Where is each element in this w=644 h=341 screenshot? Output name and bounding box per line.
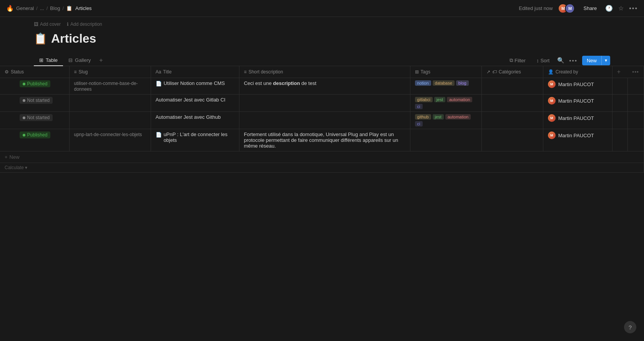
slug-col-icon: ≡	[74, 69, 77, 75]
status-dot	[23, 99, 25, 102]
status-dot	[23, 83, 25, 85]
workspace-icon: 🔥	[6, 5, 14, 12]
user-avatar: M	[548, 97, 556, 105]
cell-slug[interactable]	[69, 95, 151, 112]
description-value: Fortement utilisé dans la domotique, Uni…	[244, 131, 398, 149]
col-header-categories: ↗ 🏷 Catégories	[481, 66, 543, 78]
cell-created-by: M Martin PAUCOT	[543, 78, 612, 95]
col-header-created-by: 👤 Created by	[543, 66, 612, 78]
breadcrumb-workspace[interactable]: General	[16, 5, 34, 11]
breadcrumb-blog[interactable]: Blog	[50, 5, 60, 11]
cell-tags[interactable]	[410, 129, 481, 151]
table-row[interactable]: + ⠿ Not started Automatiser Jest avec Gi…	[0, 95, 644, 112]
add-cover-button[interactable]: 🖼 Add cover	[34, 22, 61, 27]
cell-categories[interactable]	[481, 112, 543, 129]
tag: jest	[434, 97, 445, 102]
cell-description[interactable]	[239, 95, 410, 112]
cell-title[interactable]: 📄Utiliser Notion comme CMS	[151, 78, 239, 95]
tag: ci	[415, 121, 423, 126]
new-button-group: New ▾	[582, 56, 610, 65]
description-icon: ℹ	[67, 22, 69, 27]
filter-button[interactable]: ⧉ Filter	[506, 56, 529, 65]
cell-tags[interactable]: githubjestautomationci	[410, 112, 481, 129]
help-button[interactable]: ?	[624, 321, 636, 333]
status-badge: Not started	[20, 97, 53, 104]
cell-status[interactable]: + ⠿ Not started	[0, 112, 69, 129]
table-header-row: ⚙ Status ≡ Slug Aa Title	[0, 66, 644, 78]
user-name: Martin PAUCOT	[558, 115, 594, 121]
gallery-icon: ⊟	[68, 57, 73, 63]
new-button-dropdown[interactable]: ▾	[601, 56, 610, 65]
cell-slug[interactable]: utiliser-notion-comme-base-de-donnees	[69, 78, 151, 95]
tags-col-icon: ⊞	[415, 69, 419, 75]
tag: database	[433, 80, 455, 86]
cell-tags[interactable]: notiondatabaseblog	[410, 78, 481, 95]
database-table-wrapper: ⚙ Status ≡ Slug Aa Title	[0, 66, 644, 331]
title-value: Automatiser Jest avec Github	[156, 114, 221, 120]
status-label: Published	[27, 132, 48, 138]
cell-description[interactable]: Fortement utilisé dans la domotique, Uni…	[239, 129, 410, 151]
doc-icon: 📄	[156, 132, 162, 138]
add-view-button[interactable]: +	[96, 55, 106, 65]
breadcrumb-ellipsis[interactable]: ...	[40, 5, 44, 11]
user-avatar: M	[548, 131, 556, 139]
new-button[interactable]: New	[582, 56, 601, 65]
col-more-header: •••	[627, 66, 644, 78]
cell-status[interactable]: + ⠿ Published	[0, 129, 69, 151]
tags-list: gitlabcijestautomationci	[415, 97, 477, 109]
add-row-button[interactable]: +New	[0, 151, 644, 163]
cell-title[interactable]: Automatiser Jest avec Gitlab CI	[151, 95, 239, 112]
sort-icon: ↕	[536, 58, 539, 63]
tag: github	[415, 114, 431, 120]
cell-description[interactable]	[239, 112, 410, 129]
favorite-icon[interactable]: ☆	[618, 5, 624, 12]
table-row[interactable]: + ⠿ Not started Automatiser Jest avec Gi…	[0, 112, 644, 129]
tags-list: githubjestautomationci	[415, 114, 477, 126]
cell-categories[interactable]	[481, 78, 543, 95]
col-add-header: +	[612, 66, 627, 78]
col-more-button[interactable]: •••	[632, 69, 639, 75]
cell-categories[interactable]	[481, 95, 543, 112]
title-col-icon: Aa	[156, 69, 161, 75]
search-icon[interactable]: 🔍	[557, 57, 564, 64]
tag: notion	[415, 80, 431, 86]
view-tabs: ⊞ Table ⊟ Gallery +	[34, 55, 106, 66]
status-badge: Not started	[20, 114, 53, 121]
history-icon[interactable]: 🕐	[605, 5, 613, 12]
cell-slug[interactable]: upnp-lart-de-connecter-les-objets	[69, 129, 151, 151]
cell-created-by: M Martin PAUCOT	[543, 129, 612, 151]
desc-col-icon: ≡	[244, 69, 247, 75]
page-header: 🖼 Add cover ℹ Add description 📋 Articles	[0, 17, 644, 55]
label-icon: 🏷	[492, 69, 497, 75]
cell-categories[interactable]	[481, 129, 543, 151]
table-row[interactable]: + ⠿ Published upnp-lart-de-connecter-les…	[0, 129, 644, 151]
status-col-icon: ⚙	[5, 69, 9, 75]
toolbar-more-icon[interactable]: •••	[569, 57, 578, 64]
slug-value: upnp-lart-de-connecter-les-objets	[74, 132, 142, 137]
topbar-actions: Edited just now M M Share 🕐 ☆ •••	[519, 3, 638, 13]
more-options-icon[interactable]: •••	[629, 5, 638, 12]
cell-title[interactable]: Automatiser Jest avec Github	[151, 112, 239, 129]
cell-status[interactable]: + ⠿ Published	[0, 78, 69, 95]
breadcrumb-current: Articles	[75, 5, 92, 11]
tab-table[interactable]: ⊞ Table	[34, 55, 63, 66]
user-name: Martin PAUCOT	[558, 133, 594, 138]
status-badge: Published	[20, 131, 51, 138]
cell-title[interactable]: 📄uPnP : L'art de connecter les objets	[151, 129, 239, 151]
share-button[interactable]: Share	[580, 4, 600, 13]
doc-icon: 📄	[156, 81, 162, 86]
cell-description[interactable]: Ceci est une description de test	[239, 78, 410, 95]
tab-gallery[interactable]: ⊟ Gallery	[63, 55, 96, 66]
status-label: Not started	[27, 98, 50, 103]
calculate-row[interactable]: Calculate ▾	[0, 163, 644, 173]
add-description-button[interactable]: ℹ Add description	[67, 22, 102, 27]
tags-list: notiondatabaseblog	[415, 80, 477, 86]
cell-tags[interactable]: gitlabcijestautomationci	[410, 95, 481, 112]
table-row[interactable]: + ⠿ Published utiliser-notion-comme-base…	[0, 78, 644, 95]
col-header-tags: ⊞ Tags	[410, 66, 481, 78]
tag: automation	[447, 97, 472, 102]
cell-status[interactable]: + ⠿ Not started	[0, 95, 69, 112]
add-column-button[interactable]: +	[617, 68, 621, 75]
sort-button[interactable]: ↕ Sort	[533, 56, 553, 65]
cell-slug[interactable]	[69, 112, 151, 129]
